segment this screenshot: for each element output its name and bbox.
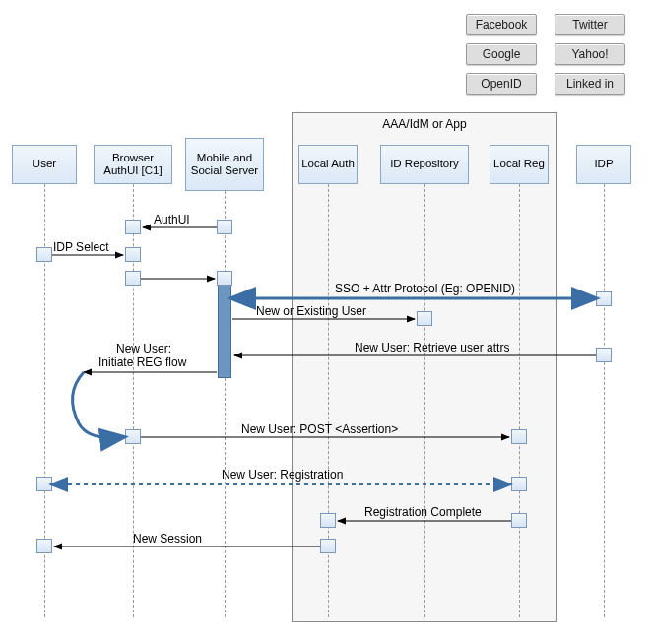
lifeline-localreg [519,184,520,617]
idp-button-yahoo[interactable]: Yahoo! [555,43,625,65]
node [217,220,232,234]
label: ID Repository [390,158,459,170]
participant-idp: IDP [576,145,631,184]
msg-newexist: New or Existing User [256,304,366,318]
idp-button-linkedin[interactable]: Linked in [555,73,625,95]
participant-server: Mobile and Social Server [185,138,264,191]
label: Browser AuthUI [C1] [97,152,169,177]
lifeline-server [225,191,226,617]
node [320,539,336,553]
node [125,271,141,286]
idp-button-openid[interactable]: OpenID [466,73,537,95]
msg-authui: AuthUI [154,213,190,226]
activation-server [218,278,231,378]
msg-initiate-2: Initiate REG flow [98,355,186,369]
node [125,247,141,262]
node [596,291,612,306]
label: Facebook [476,18,528,32]
node [36,539,52,553]
container-label: AAA/IdM or App [293,117,556,131]
participant-idrepo: ID Repository [380,145,469,184]
idp-button-google[interactable]: Google [466,43,537,65]
msg-initiate-1: New User: [116,342,171,355]
node [36,247,52,262]
msg-post: New User: POST <Assertion> [241,422,398,436]
lifeline-idp [604,184,605,617]
node [511,429,527,444]
node [125,220,141,234]
label: User [33,158,56,170]
msg-newsession: New Session [133,532,202,546]
label: Twitter [572,18,607,32]
node [596,348,612,362]
label: Google [483,47,521,61]
participant-localreg: Local Reg [490,145,549,184]
label: Yahoo! [571,47,608,61]
msg-idpselect: IDP Select [53,240,108,254]
idp-button-facebook[interactable]: Facebook [466,14,537,35]
msg-retrieve: New User: Retrieve user attrs [355,341,509,354]
participant-localauth: Local Auth [298,145,358,184]
idp-button-twitter[interactable]: Twitter [555,14,625,35]
msg-regcomplete: Registration Complete [364,505,482,519]
lifeline-idrepo [424,184,425,617]
msg-sso: SSO + Attr Protocol (Eg: OPENID) [335,282,515,295]
label: Mobile and Social Server [188,152,261,177]
label: OpenID [481,77,521,91]
node [36,477,52,491]
node [417,311,432,326]
msg-registration: New User: Registration [222,468,343,482]
node [511,513,527,528]
node [217,271,232,286]
label: Linked in [566,77,614,91]
node [511,477,527,491]
participant-user: User [12,145,77,184]
label: IDP [594,158,613,170]
node [320,513,336,528]
participant-browser: Browser AuthUI [C1] [94,145,172,184]
node [125,429,141,444]
label: Local Reg [493,158,545,170]
label: Local Auth [301,158,355,170]
